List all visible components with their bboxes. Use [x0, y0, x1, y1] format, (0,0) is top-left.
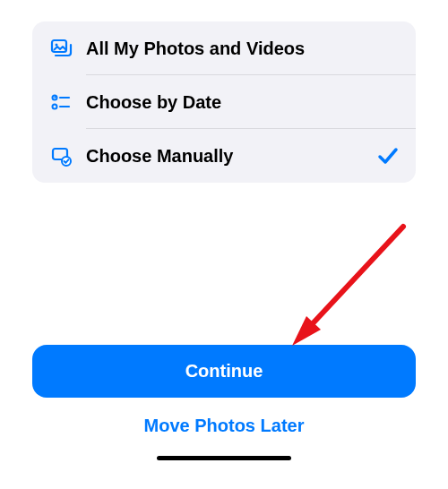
continue-button[interactable]: Continue	[32, 345, 416, 398]
checkmark-icon	[376, 144, 400, 167]
option-all-photos[interactable]: All My Photos and Videos	[32, 21, 416, 75]
svg-line-8	[303, 227, 403, 334]
device-check-icon	[48, 143, 73, 168]
option-label: Choose by Date	[86, 92, 400, 113]
option-manually[interactable]: Choose Manually	[32, 129, 416, 183]
option-by-date[interactable]: Choose by Date	[32, 75, 416, 129]
move-later-button[interactable]: Move Photos Later	[32, 398, 416, 445]
home-indicator	[157, 456, 291, 460]
option-label: All My Photos and Videos	[86, 39, 400, 59]
svg-marker-9	[292, 316, 321, 346]
list-filter-icon	[48, 90, 73, 115]
photos-stack-icon	[48, 36, 73, 61]
svg-point-4	[53, 105, 57, 109]
option-label: Choose Manually	[86, 146, 376, 167]
footer: Continue Move Photos Later	[0, 345, 448, 489]
annotation-arrow	[269, 213, 421, 365]
transfer-options-list: All My Photos and Videos Choose by Date …	[32, 21, 416, 183]
